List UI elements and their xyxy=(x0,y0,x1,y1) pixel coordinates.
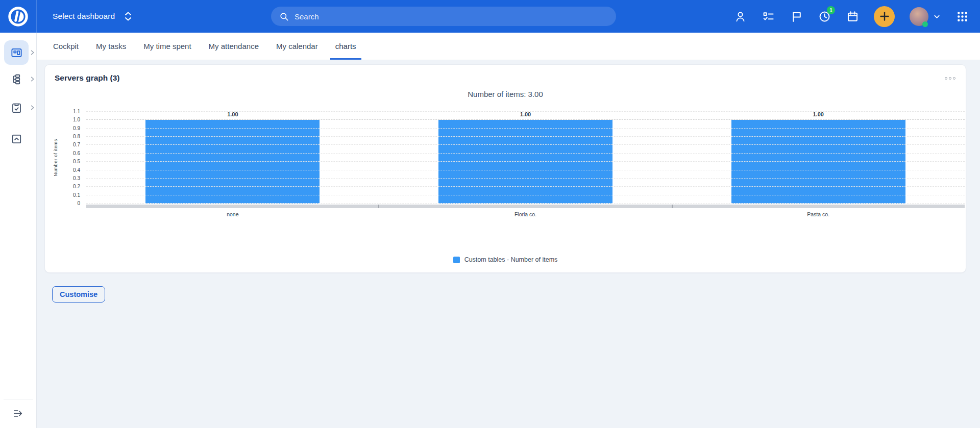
tab-my-attendance[interactable]: My attendance xyxy=(204,33,264,60)
x-tick-label: none xyxy=(86,210,379,220)
tab-cockpit[interactable]: Cockpit xyxy=(48,33,84,60)
search-box[interactable] xyxy=(271,7,616,26)
bar-value-label: 1.00 xyxy=(672,111,965,117)
gridline xyxy=(86,186,965,187)
y-tick-label: 1.1 xyxy=(60,109,80,114)
tree-icon xyxy=(10,73,23,86)
y-tick-label: 0 xyxy=(60,201,80,206)
profile-button[interactable] xyxy=(733,10,747,23)
quick-add-button[interactable] xyxy=(874,6,895,27)
online-status-dot xyxy=(922,21,928,27)
bar-value-label: 1.00 xyxy=(379,111,672,117)
clipboard-check-icon xyxy=(10,102,23,114)
ellipsis-icon xyxy=(945,77,947,80)
bar-pasta-co.[interactable] xyxy=(731,120,905,204)
sidebar-item-hierarchy[interactable] xyxy=(0,67,36,91)
dashboard-selector[interactable]: Select dashboard xyxy=(53,11,132,21)
main-area: CockpitMy tasksMy time spentMy attendanc… xyxy=(37,33,980,428)
axis-band-cell xyxy=(379,205,672,208)
archive-button[interactable] xyxy=(4,127,29,151)
flag-icon xyxy=(790,10,803,23)
chevron-right-icon[interactable] xyxy=(30,50,35,56)
plus-icon xyxy=(879,11,890,21)
gridline xyxy=(86,203,965,204)
sidebar-footer xyxy=(0,392,36,428)
dashboards-button[interactable] xyxy=(4,40,29,65)
legend-swatch xyxy=(453,257,460,263)
calendar-button[interactable] xyxy=(846,10,859,23)
chevron-right-icon[interactable] xyxy=(30,77,35,82)
tasks-nav-button[interactable] xyxy=(4,95,29,120)
y-tick-label: 0.8 xyxy=(60,134,80,139)
time-badge: 1 xyxy=(827,6,835,14)
profile-icon xyxy=(734,10,747,23)
plot-area: Number of items 1.001.001.00 1.11.00.90.… xyxy=(86,112,965,204)
panel-title: Servers graph (3) xyxy=(45,73,966,83)
search-input[interactable] xyxy=(295,12,608,21)
calendar-icon xyxy=(846,10,859,23)
avatar[interactable] xyxy=(910,7,928,26)
y-tick-label: 0.9 xyxy=(60,126,80,131)
brand-logo-button[interactable] xyxy=(0,0,37,33)
expand-sidebar-icon xyxy=(12,408,24,419)
sidebar-item-archive[interactable] xyxy=(0,127,36,151)
y-tick-label: 0.4 xyxy=(60,168,80,173)
hierarchy-button[interactable] xyxy=(4,67,29,91)
gridline xyxy=(86,136,965,137)
bar-sections: 1.001.001.00 xyxy=(86,112,965,204)
customise-button[interactable]: Customise xyxy=(52,286,105,303)
x-axis-labels: noneFloria co.Pasta co. xyxy=(86,210,965,220)
y-tick-label: 0.1 xyxy=(60,193,80,198)
y-tick-label: 0.2 xyxy=(60,184,80,189)
y-axis-label: Number of items xyxy=(53,139,58,177)
chart-panel: Servers graph (3) Number of items: 3.00 … xyxy=(44,64,966,273)
expand-sidebar-button[interactable] xyxy=(6,406,31,420)
apps-button[interactable] xyxy=(955,10,969,23)
sidebar-item-dashboards[interactable] xyxy=(0,40,36,65)
gridline xyxy=(86,170,965,170)
divider xyxy=(4,399,33,399)
gridline xyxy=(86,161,965,162)
gridline xyxy=(86,144,965,145)
tab-my-tasks[interactable]: My tasks xyxy=(91,33,131,60)
chart: Number of items 1.001.001.00 1.11.00.90.… xyxy=(86,112,965,220)
y-tick-label: 0.7 xyxy=(60,142,80,147)
bar-section: 1.00 xyxy=(672,112,965,204)
tasks-button[interactable] xyxy=(762,10,775,23)
sidebar-item-tasks[interactable] xyxy=(0,95,36,120)
gridline xyxy=(86,128,965,129)
chart-legend[interactable]: Custom tables - Number of items xyxy=(45,256,966,263)
bar-section: 1.00 xyxy=(379,112,672,204)
dashboard-switcher-icon xyxy=(124,11,132,21)
panel-menu-button[interactable] xyxy=(943,75,958,82)
x-tick-label: Pasta co. xyxy=(672,210,965,220)
apps-grid-icon xyxy=(956,10,969,23)
y-tick-label: 1.0 xyxy=(60,117,80,122)
bar-floria-co.[interactable] xyxy=(438,120,612,204)
chevron-right-icon[interactable] xyxy=(30,105,35,111)
top-bar: Select dashboard xyxy=(0,0,980,33)
account-menu[interactable] xyxy=(910,7,941,26)
bar-none[interactable] xyxy=(145,120,320,204)
sidebar xyxy=(0,33,37,428)
chart-title: Number of items: 3.00 xyxy=(45,89,966,99)
chevron-down-icon xyxy=(933,13,941,20)
time-button[interactable]: 1 xyxy=(818,10,831,23)
dashboard-icon xyxy=(10,46,23,59)
bar-section: 1.00 xyxy=(86,112,379,204)
axis-band-cell xyxy=(673,205,965,208)
gridline xyxy=(86,178,965,179)
y-tick-label: 0.6 xyxy=(60,151,80,156)
gridline xyxy=(86,195,965,195)
dashboard-content: Servers graph (3) Number of items: 3.00 … xyxy=(37,60,980,428)
bar-value-label: 1.00 xyxy=(86,111,379,117)
gridline xyxy=(86,111,965,112)
announcements-button[interactable] xyxy=(790,10,803,23)
tab-charts[interactable]: charts xyxy=(330,33,361,60)
x-axis-band xyxy=(86,205,965,208)
tab-my-time-spent[interactable]: My time spent xyxy=(138,33,196,60)
brand-logo-icon xyxy=(8,6,29,27)
legend-label: Custom tables - Number of items xyxy=(464,256,558,263)
tab-my-calendar[interactable]: My calendar xyxy=(271,33,323,60)
topbar-actions: 1 xyxy=(733,6,980,27)
